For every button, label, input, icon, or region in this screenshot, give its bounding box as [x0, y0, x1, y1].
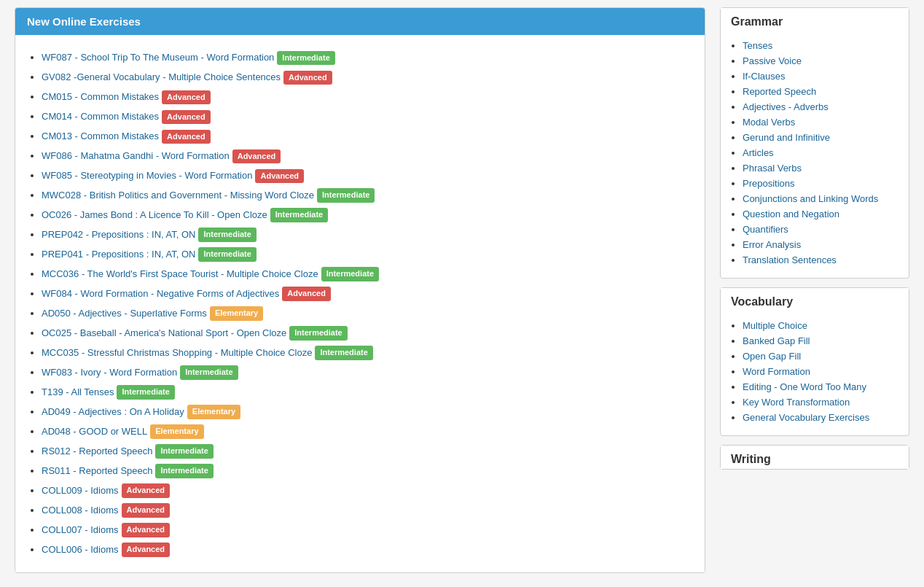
- exercises-header: New Online Exercises: [15, 8, 705, 35]
- level-badge: Intermediate: [180, 365, 238, 379]
- exercise-link[interactable]: COLL007 - Idioms: [42, 524, 119, 535]
- sidebar-item: Editing - One Word Too Many: [743, 381, 898, 392]
- sidebar-link[interactable]: Phrasal Verbs: [743, 163, 802, 174]
- level-badge: Intermediate: [289, 326, 347, 340]
- list-item: PREP042 - Prepositions : IN, AT, ONInter…: [42, 228, 693, 242]
- sidebar-item: Gerund and Infinitive: [743, 131, 898, 143]
- sidebar-link[interactable]: Multiple Choice: [743, 320, 807, 331]
- sidebar-item: Passive Voice: [743, 55, 898, 66]
- list-item: WF083 - Ivory - Word FormationIntermedia…: [42, 365, 693, 380]
- list-item: COLL006 - IdiomsAdvanced: [42, 543, 693, 557]
- sidebar-item: Phrasal Verbs: [743, 162, 898, 174]
- exercise-link[interactable]: COLL009 - Idioms: [42, 485, 119, 496]
- level-badge: Intermediate: [270, 208, 328, 222]
- exercise-link[interactable]: PREP041 - Prepositions : IN, AT, ON: [42, 249, 195, 260]
- vocabulary-header: Vocabulary: [721, 288, 909, 311]
- exercise-link[interactable]: MWC028 - British Politics and Government…: [42, 190, 314, 201]
- level-badge: Intermediate: [315, 346, 372, 359]
- level-badge: Elementary: [150, 424, 203, 438]
- exercise-link[interactable]: WF084 - Word Formation - Negative Forms …: [42, 288, 279, 299]
- exercise-link[interactable]: PREP042 - Prepositions : IN, AT, ON: [42, 229, 195, 240]
- sidebar-item: Quantifiers: [743, 223, 898, 235]
- writing-section: Writing: [720, 445, 909, 470]
- sidebar-link[interactable]: Prepositions: [743, 178, 795, 189]
- exercise-link[interactable]: MCC035 - Stressful Christmas Shopping - …: [42, 347, 312, 358]
- list-item: CM013 - Common MistakesAdvanced: [42, 129, 693, 144]
- exercise-link[interactable]: RS012 - Reported Speech: [42, 446, 152, 456]
- sidebar-link[interactable]: Conjunctions and Linking Words: [743, 193, 878, 204]
- exercise-link[interactable]: OC025 - Baseball - America's National Sp…: [42, 327, 286, 338]
- level-badge: Advanced: [122, 543, 171, 556]
- sidebar-item: Multiple Choice: [743, 319, 898, 331]
- level-badge: Intermediate: [155, 464, 213, 478]
- sidebar-link[interactable]: Gerund and Infinitive: [743, 132, 830, 143]
- sidebar-link[interactable]: Banked Gap Fill: [743, 335, 810, 346]
- sidebar-link[interactable]: If-Clauses: [743, 71, 786, 82]
- exercise-link[interactable]: AD049 - Adjectives : On A Holiday: [42, 406, 184, 417]
- list-item: COLL007 - IdiomsAdvanced: [42, 523, 693, 537]
- sidebar-link[interactable]: Open Gap Fill: [743, 351, 801, 362]
- exercise-link[interactable]: COLL008 - Idioms: [42, 505, 119, 516]
- exercise-link[interactable]: WF086 - Mahatma Gandhi - Word Formation: [42, 150, 230, 161]
- sidebar-item: Conjunctions and Linking Words: [743, 193, 898, 204]
- sidebar-link[interactable]: Translation Sentences: [743, 254, 837, 265]
- exercise-link[interactable]: GV082 -General Vocabulary - Multiple Cho…: [42, 71, 281, 82]
- sidebar-link[interactable]: General Vocabulary Exercises: [743, 412, 869, 423]
- list-item: AD049 - Adjectives : On A HolidayElement…: [42, 405, 693, 419]
- list-item: WF086 - Mahatma Gandhi - Word FormationA…: [42, 149, 693, 163]
- sidebar-link[interactable]: Tenses: [743, 40, 772, 51]
- sidebar-link[interactable]: Word Formation: [743, 366, 810, 377]
- sidebar-link[interactable]: Editing - One Word Too Many: [743, 381, 866, 392]
- exercise-link[interactable]: CM013 - Common Mistakes: [42, 131, 159, 141]
- sidebar-link[interactable]: Articles: [743, 147, 774, 158]
- sidebar-link[interactable]: Error Analysis: [743, 239, 801, 250]
- level-badge: Advanced: [232, 149, 281, 163]
- vocabulary-section: Vocabulary Multiple ChoiceBanked Gap Fil…: [720, 287, 909, 436]
- list-item: RS011 - Reported SpeechIntermediate: [42, 464, 693, 478]
- exercise-link[interactable]: AD048 - GOOD or WELL: [42, 426, 147, 437]
- level-badge: Advanced: [122, 483, 171, 497]
- sidebar-item: Error Analysis: [743, 238, 898, 250]
- exercise-link[interactable]: WF085 - Stereotyping in Movies - Word Fo…: [42, 170, 252, 181]
- exercise-list: WF087 - School Trip To The Museum - Word…: [27, 50, 693, 557]
- list-item: CM015 - Common MistakesAdvanced: [42, 90, 693, 104]
- exercise-link[interactable]: MCC036 - The World's First Space Tourist…: [42, 268, 318, 279]
- level-badge: Advanced: [255, 169, 304, 183]
- sidebar-link[interactable]: Modal Verbs: [743, 117, 795, 128]
- sidebar-item: Question and Negation: [743, 208, 898, 219]
- exercise-link[interactable]: WF087 - School Trip To The Museum - Word…: [42, 52, 274, 63]
- sidebar-item: Tenses: [743, 39, 898, 51]
- list-item: OC026 - James Bond : A Licence To Kill -…: [42, 208, 693, 222]
- exercise-link[interactable]: COLL006 - Idioms: [42, 544, 119, 555]
- exercise-link[interactable]: OC026 - James Bond : A Licence To Kill -…: [42, 209, 267, 220]
- sidebar-item: Adjectives - Adverbs: [743, 101, 898, 112]
- exercise-link[interactable]: RS011 - Reported Speech: [42, 465, 152, 476]
- sidebar-item: If-Clauses: [743, 70, 898, 82]
- exercise-link[interactable]: AD050 - Adjectives - Superlative Forms: [42, 308, 207, 319]
- sidebar-item: Modal Verbs: [743, 116, 898, 128]
- level-badge: Advanced: [283, 71, 332, 85]
- sidebar-link[interactable]: Question and Negation: [743, 209, 839, 219]
- exercises-title: New Online Exercises: [27, 15, 141, 28]
- sidebar-link[interactable]: Quantifiers: [743, 224, 788, 235]
- grammar-list: TensesPassive VoiceIf-ClausesReported Sp…: [721, 31, 909, 278]
- grammar-header: Grammar: [721, 8, 909, 31]
- exercises-body: WF087 - School Trip To The Museum - Word…: [15, 35, 705, 572]
- sidebar-link[interactable]: Adjectives - Adverbs: [743, 101, 829, 112]
- sidebar-link[interactable]: Reported Speech: [743, 86, 816, 97]
- sidebar-link[interactable]: Key Word Transformation: [743, 397, 850, 408]
- exercise-link[interactable]: CM015 - Common Mistakes: [42, 91, 159, 102]
- sidebar-link[interactable]: Passive Voice: [743, 55, 802, 66]
- level-badge: Advanced: [122, 503, 171, 517]
- list-item: MCC035 - Stressful Christmas Shopping - …: [42, 346, 693, 360]
- list-item: OC025 - Baseball - America's National Sp…: [42, 326, 693, 341]
- list-item: AD048 - GOOD or WELLElementary: [42, 424, 693, 439]
- sidebar-item: General Vocabulary Exercises: [743, 411, 898, 423]
- level-badge: Intermediate: [198, 247, 256, 261]
- list-item: RS012 - Reported SpeechIntermediate: [42, 444, 693, 459]
- exercise-link[interactable]: T139 - All Tenses: [42, 386, 114, 397]
- grammar-section: Grammar TensesPassive VoiceIf-ClausesRep…: [720, 7, 909, 279]
- sidebar: Grammar TensesPassive VoiceIf-ClausesRep…: [720, 7, 909, 573]
- exercise-link[interactable]: CM014 - Common Mistakes: [42, 111, 159, 122]
- exercise-link[interactable]: WF083 - Ivory - Word Formation: [42, 367, 177, 378]
